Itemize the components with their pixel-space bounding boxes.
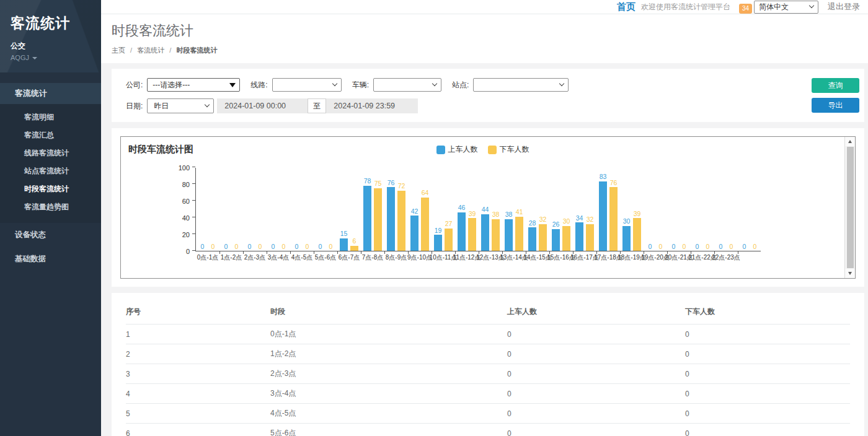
breadcrumb-passenger-stats[interactable]: 客流统计 [137, 46, 164, 54]
scrollbar-thumb[interactable] [847, 147, 854, 268]
bar [445, 229, 453, 251]
bar-column: 0 [327, 243, 335, 251]
bar-column: 30 [622, 218, 631, 251]
bar [374, 188, 382, 251]
bar-column: 15 [340, 230, 348, 251]
bar-value-label: 83 [600, 173, 607, 180]
breadcrumb-current: 时段客流统计 [176, 46, 217, 54]
logout-link[interactable]: 退出登录 [828, 1, 860, 12]
sidebar-subitem[interactable]: 客流汇总 [0, 126, 101, 144]
line-label: 线路: [250, 80, 267, 90]
scroll-up-button[interactable] [845, 137, 855, 146]
home-link[interactable]: 首页 [617, 1, 636, 13]
bar-group: 837617点-18点 [596, 167, 620, 251]
table-cell: 5 [126, 404, 270, 424]
sidebar-subitem[interactable]: 客流量趋势图 [0, 198, 101, 216]
bar-value-label: 0 [329, 243, 333, 250]
bar [505, 219, 513, 251]
sidebar-item-device-status[interactable]: 设备状态 [0, 223, 101, 247]
bar [562, 226, 570, 251]
bar-column: 76 [609, 180, 618, 251]
language-select[interactable]: 简体中文 [754, 1, 818, 14]
table-body: 10点-1点0021点-2点0032点-3点0043点-4点0054点-5点00… [126, 325, 850, 436]
bar-groups: 000点-1点001点-2点002点-3点003点-4点004点-5点005点-… [196, 167, 761, 251]
legend-item[interactable]: 上车人数 [436, 144, 478, 155]
legend-swatch-icon [436, 146, 445, 154]
scroll-down-button[interactable] [845, 269, 855, 278]
legend-label: 上车人数 [448, 144, 478, 155]
sidebar-subitem[interactable]: 客流明细 [0, 108, 101, 126]
bar [552, 229, 560, 251]
query-button[interactable]: 查询 [812, 78, 859, 93]
bar-column: 26 [552, 221, 560, 251]
bar-column: 38 [505, 211, 513, 251]
table-cell: 4 [126, 384, 270, 404]
table-cell: 1 [126, 325, 270, 344]
filter-vehicle: 车辆: [352, 78, 441, 92]
bar-value-label: 44 [482, 206, 489, 213]
export-button[interactable]: 导出 [812, 98, 859, 113]
sidebar-subitem[interactable]: 线路客流统计 [0, 144, 101, 162]
bar [622, 226, 631, 251]
bar-value-label: 27 [445, 220, 453, 227]
bar-value-label: 41 [516, 209, 523, 216]
scrollbar-track[interactable] [845, 146, 855, 269]
bar-group: 463911点-12点 [455, 167, 479, 251]
bar [586, 224, 594, 251]
bar-column: 64 [421, 190, 429, 251]
table-cell: 2点-3点 [270, 364, 507, 384]
bar-value-label: 64 [422, 190, 429, 196]
company-label: 公司: [126, 80, 143, 90]
user-menu[interactable]: AQGJ [11, 54, 101, 61]
bar-column: 0 [740, 243, 748, 251]
bar-value-label: 72 [398, 183, 405, 190]
notification-badge: 34 [739, 4, 752, 14]
bar-value-label: 0 [235, 243, 239, 250]
bar-value-label: 0 [259, 243, 262, 250]
sidebar-brand: 客流统计 公交 AQGJ [0, 0, 101, 72]
date-start-input[interactable]: 2024-01-09 00:00 [217, 98, 308, 113]
station-select[interactable] [473, 78, 569, 92]
scroll-up-icon [848, 140, 852, 143]
bar-column: 75 [374, 180, 382, 251]
bar-column: 0 [246, 243, 254, 251]
vehicle-select[interactable] [373, 78, 441, 92]
bar [609, 187, 618, 251]
table-cell: 1点-2点 [270, 344, 507, 364]
bar-column: 32 [539, 216, 547, 251]
bar-value-label: 0 [719, 243, 723, 250]
table-cell: 3点-4点 [270, 384, 507, 404]
y-axis-tick [192, 233, 195, 234]
bar-column: 0 [198, 243, 206, 251]
bar-column: 27 [445, 220, 453, 251]
scroll-down-icon [848, 272, 852, 275]
bar-column: 0 [316, 243, 324, 251]
legend-item[interactable]: 下车人数 [488, 144, 529, 155]
sidebar-item-base-data[interactable]: 基础数据 [0, 247, 101, 271]
y-axis-tick [192, 250, 195, 251]
sidebar-group-passenger-stats[interactable]: 客流统计 [0, 83, 101, 104]
line-select[interactable] [272, 78, 342, 92]
bar-group: 343216点-17点 [573, 167, 596, 251]
bar-column: 0 [657, 243, 665, 251]
date-preset-select[interactable]: 昨日 [147, 98, 214, 113]
sidebar: 客流统计 公交 AQGJ 客流统计 客流明细客流汇总线路客流统计站点客流统计时段… [0, 0, 101, 436]
table-cell: 0 [685, 384, 850, 404]
dropdown-arrow-icon [229, 83, 236, 87]
table-cell: 0 [685, 404, 850, 424]
table-cell: 0 [507, 325, 685, 344]
breadcrumb-home[interactable]: 主页 [112, 46, 125, 54]
sidebar-subitem[interactable]: 时段客流统计 [0, 180, 101, 198]
bar-column: 46 [458, 204, 466, 251]
date-label: 日期: [126, 101, 143, 111]
table-panel: 序号时段上车人数下车人数 10点-1点0021点-2点0032点-3点0043点… [112, 293, 864, 436]
plot-wrap: 000点-1点001点-2点002点-3点003点-4点004点-5点005点-… [195, 168, 761, 251]
sidebar-subitem[interactable]: 站点客流统计 [0, 162, 101, 180]
y-axis-tick-label: 100 [166, 164, 190, 172]
company-select[interactable]: ---请选择--- [147, 78, 240, 92]
caret-down-icon [32, 57, 37, 59]
date-end-input[interactable]: 2024-01-09 23:59 [326, 98, 418, 113]
table-cell: 0 [507, 404, 685, 424]
language-select-value: 简体中文 [759, 2, 789, 11]
table-cell: 0 [685, 364, 850, 384]
